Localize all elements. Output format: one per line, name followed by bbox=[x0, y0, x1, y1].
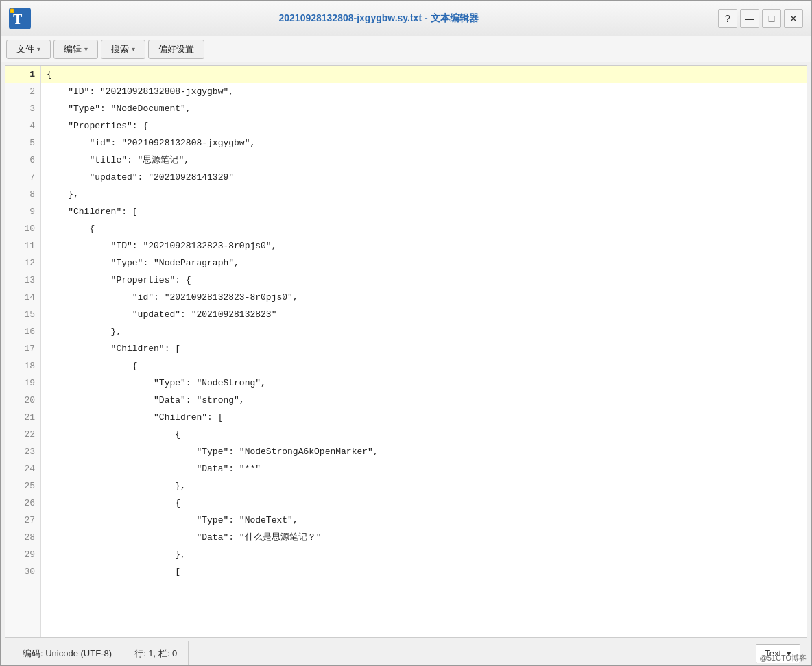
code-line: "Properties": { bbox=[41, 117, 807, 134]
search-menu[interactable]: 搜索 ▾ bbox=[101, 40, 145, 59]
code-line: { bbox=[41, 220, 807, 237]
code-line: { bbox=[41, 357, 807, 374]
code-line: "title": "思源笔记", bbox=[41, 152, 807, 169]
code-line: "Type": "NodeStrong", bbox=[41, 374, 807, 392]
line-number: 27 bbox=[5, 512, 40, 529]
encoding-section: 编码: Unicode (UTF-8) bbox=[12, 641, 123, 665]
code-line: }, bbox=[41, 186, 807, 203]
line-number: 25 bbox=[5, 477, 40, 495]
line-number: 18 bbox=[5, 357, 40, 374]
title-bar: T 20210928132808-jxgygbw.sy.txt - 文本编辑器 … bbox=[1, 1, 811, 36]
line-number: 11 bbox=[5, 237, 40, 254]
line-number: 12 bbox=[5, 254, 40, 272]
position-section: 行: 1, 栏: 0 bbox=[123, 641, 189, 665]
code-line: "Data": "strong", bbox=[41, 392, 807, 409]
line-number: 15 bbox=[5, 306, 40, 323]
line-number: 26 bbox=[5, 495, 40, 512]
code-line: "Data": "**" bbox=[41, 460, 807, 477]
line-number: 6 bbox=[5, 152, 40, 169]
status-bar: 编码: Unicode (UTF-8) 行: 1, 栏: 0 Text ▾ bbox=[1, 641, 811, 665]
line-number: 17 bbox=[5, 340, 40, 357]
edit-menu[interactable]: 编辑 ▾ bbox=[53, 40, 98, 59]
encoding-label: 编码: Unicode (UTF-8) bbox=[23, 647, 112, 660]
edit-menu-label: 编辑 bbox=[64, 43, 82, 56]
line-number: 1 bbox=[5, 66, 40, 83]
code-line: }, bbox=[41, 546, 807, 563]
line-number: 2 bbox=[5, 83, 40, 100]
editor-area: 1234567891011121314151617181920212223242… bbox=[5, 65, 807, 638]
code-line: }, bbox=[41, 323, 807, 340]
code-line: "Type": "NodeStrongA6kOpenMarker", bbox=[41, 443, 807, 460]
code-line: "id": "20210928132823-8r0pjs0", bbox=[41, 289, 807, 306]
code-line: { bbox=[41, 495, 807, 512]
line-number: 4 bbox=[5, 117, 40, 134]
line-number: 22 bbox=[5, 426, 40, 443]
maximize-button[interactable]: □ bbox=[762, 9, 781, 28]
search-menu-arrow: ▾ bbox=[132, 45, 135, 53]
file-menu[interactable]: 文件 ▾ bbox=[6, 40, 51, 59]
code-content[interactable]: { "ID": "20210928132808-jxgygbw", "Type"… bbox=[41, 66, 807, 637]
line-number: 7 bbox=[5, 169, 40, 186]
code-line: "ID": "20210928132823-8r0pjs0", bbox=[41, 237, 807, 254]
code-line: [ bbox=[41, 563, 807, 580]
minimize-button[interactable]: — bbox=[740, 9, 759, 28]
line-number: 8 bbox=[5, 186, 40, 203]
menu-bar: 文件 ▾ 编辑 ▾ 搜索 ▾ 偏好设置 bbox=[1, 36, 811, 62]
help-button[interactable]: ? bbox=[718, 9, 737, 28]
line-number: 23 bbox=[5, 443, 40, 460]
line-number: 19 bbox=[5, 374, 40, 392]
code-line: }, bbox=[41, 477, 807, 495]
line-number: 3 bbox=[5, 100, 40, 117]
code-line: "Properties": { bbox=[41, 272, 807, 289]
code-line: "Children": [ bbox=[41, 409, 807, 426]
line-number: 10 bbox=[5, 220, 40, 237]
file-menu-label: 文件 bbox=[16, 43, 34, 56]
line-number: 30 bbox=[5, 563, 40, 580]
code-line: { bbox=[41, 426, 807, 443]
line-number: 13 bbox=[5, 272, 40, 289]
preferences-menu-label: 偏好设置 bbox=[158, 43, 194, 56]
search-menu-label: 搜索 bbox=[111, 43, 129, 56]
code-line: "updated": "20210928132823" bbox=[41, 306, 807, 323]
code-line: "Type": "NodeText", bbox=[41, 512, 807, 529]
code-line: "id": "20210928132808-jxgygbw", bbox=[41, 134, 807, 152]
watermark: @51CTO博客 bbox=[760, 653, 807, 663]
line-number: 20 bbox=[5, 392, 40, 409]
line-number: 28 bbox=[5, 529, 40, 546]
line-number: 14 bbox=[5, 289, 40, 306]
file-menu-arrow: ▾ bbox=[37, 45, 40, 53]
code-line: "updated": "20210928141329" bbox=[41, 169, 807, 186]
svg-text:T: T bbox=[13, 12, 23, 27]
line-number: 9 bbox=[5, 203, 40, 220]
line-number: 24 bbox=[5, 460, 40, 477]
code-line: "Children": [ bbox=[41, 203, 807, 220]
close-button[interactable]: ✕ bbox=[784, 9, 803, 28]
code-line: "Type": "NodeDocument", bbox=[41, 100, 807, 117]
edit-menu-arrow: ▾ bbox=[84, 45, 88, 53]
code-line: "ID": "20210928132808-jxgygbw", bbox=[41, 83, 807, 100]
line-number: 5 bbox=[5, 134, 40, 152]
code-line: { bbox=[41, 66, 807, 83]
code-line: "Children": [ bbox=[41, 340, 807, 357]
window-title: 20210928132808-jxgygbw.sy.txt - 文本编辑器 bbox=[39, 12, 718, 25]
line-number: 21 bbox=[5, 409, 40, 426]
line-numbers: 1234567891011121314151617181920212223242… bbox=[5, 66, 41, 637]
code-line: "Type": "NodeParagraph", bbox=[41, 254, 807, 272]
line-number: 16 bbox=[5, 323, 40, 340]
line-number: 29 bbox=[5, 546, 40, 563]
window-controls: — □ ✕ bbox=[740, 9, 803, 28]
app-icon: T bbox=[9, 8, 31, 29]
code-line: "Data": "什么是思源笔记？" bbox=[41, 529, 807, 546]
preferences-menu[interactable]: 偏好设置 bbox=[148, 40, 204, 59]
position-label: 行: 1, 栏: 0 bbox=[134, 647, 177, 660]
